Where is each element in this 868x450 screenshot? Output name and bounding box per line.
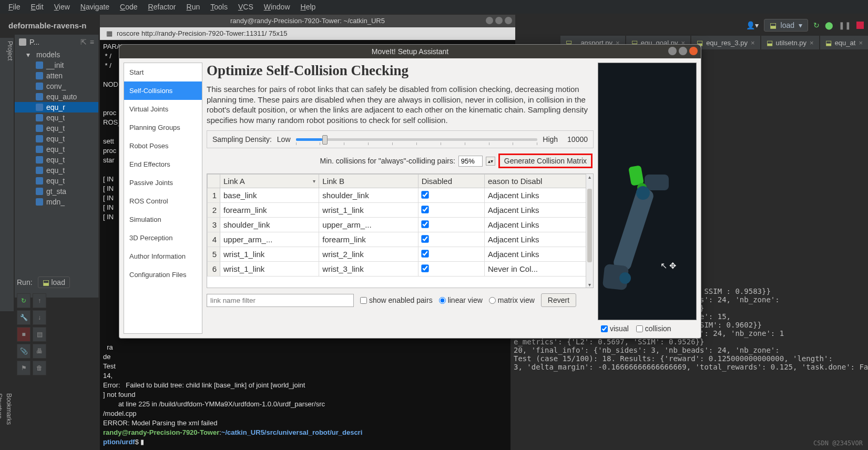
editor-tab[interactable]: ⬓utilsetn.py× [761, 36, 819, 49]
close-icon[interactable]: × [810, 39, 814, 47]
down-button[interactable]: ↓ [33, 310, 46, 325]
menu-navigate[interactable]: Navigate [75, 1, 115, 13]
nav-end-effectors[interactable]: End Effectors [124, 155, 202, 173]
tree-file[interactable]: equ_t [15, 144, 98, 155]
tree-file[interactable]: mdn_ [15, 197, 98, 207]
left-vertical-tabs[interactable]: BookmarksStructure [0, 389, 14, 429]
project-tool-tab[interactable]: Project [0, 38, 14, 311]
tree-file[interactable]: equ_r [15, 102, 98, 112]
col-2[interactable]: Disabled [418, 175, 484, 188]
tree-header[interactable]: P... ⇱ ≡ [15, 35, 98, 49]
nav-ros-control[interactable]: ROS Control [124, 192, 202, 210]
disabled-checkbox[interactable] [421, 264, 428, 272]
menu-code[interactable]: Code [115, 1, 142, 13]
scroll-thumb[interactable] [587, 189, 592, 262]
nav-virtual-joints[interactable]: Virtual Joints [124, 100, 202, 118]
table-row[interactable]: 1base_linkshoulder_linkAdjacent Links [208, 188, 593, 203]
table-row[interactable]: 6wrist_1_linkwrist_3_linkNever in Col... [208, 262, 593, 277]
editor-tab[interactable]: ⬓equ_at× [820, 36, 868, 49]
nav-3d-perception[interactable]: 3D Perception [124, 229, 202, 247]
run-config-selector[interactable]: ⬓ load ▾ [764, 19, 808, 32]
menu-refactor[interactable]: Refactor [143, 1, 181, 13]
menu-tools[interactable]: Tools [205, 1, 233, 13]
tree-file[interactable]: equ_t [15, 112, 98, 123]
trash-icon[interactable]: 🗑 [33, 361, 46, 375]
run-target[interactable]: ⬓ load [38, 277, 70, 288]
menu-file[interactable]: File [3, 1, 26, 13]
cell-disabled[interactable] [418, 262, 484, 277]
collision-table[interactable]: Link A▾Link BDisabledeason to Disabl1bas… [207, 173, 594, 288]
generate-collision-matrix-button[interactable]: Generate Collision Matrix [498, 154, 593, 168]
cell-disabled[interactable] [418, 232, 484, 247]
align-icon[interactable]: ⇱ [80, 38, 87, 46]
show-enabled-checkbox[interactable]: show enabled pairs [360, 296, 433, 304]
stop-button[interactable] [856, 22, 864, 29]
scroll-down-icon[interactable]: ▾ [586, 282, 593, 288]
nav-start[interactable]: Start [124, 63, 202, 81]
side-tab-structure[interactable]: Structure [0, 389, 4, 429]
close-icon[interactable]: × [859, 39, 863, 47]
tree-file[interactable]: equ_t [15, 123, 98, 134]
dialog-titlebar[interactable]: MoveIt! Setup Assistant [119, 45, 701, 58]
nav-robot-poses[interactable]: Robot Poses [124, 137, 202, 155]
wrench-icon[interactable]: 🔧 [17, 310, 30, 325]
grid-icon[interactable]: ▦ [106, 27, 113, 40]
collapse-icon[interactable]: ≡ [90, 38, 94, 46]
nav-author-information[interactable]: Author Information [124, 247, 202, 265]
print-icon[interactable]: 🖶 [33, 344, 46, 359]
close-icon[interactable]: × [751, 39, 755, 47]
terminal-titlebar[interactable]: randy@randy-Precision-7920-Tower: ~/catk… [100, 15, 515, 27]
tree-file[interactable]: equ_t [15, 134, 98, 144]
col-1[interactable]: Link B [319, 175, 418, 188]
disabled-checkbox[interactable] [421, 220, 428, 228]
nav-configuration-files[interactable]: Configuration Files [124, 265, 202, 284]
spinner-icon[interactable]: ▴▾ [486, 157, 495, 166]
tree-file[interactable]: equ_t [15, 155, 98, 165]
table-scrollbar[interactable]: ▴ ▾ [586, 174, 593, 288]
density-slider[interactable] [296, 138, 538, 141]
cell-disabled[interactable] [418, 247, 484, 262]
link-filter-input[interactable] [207, 294, 354, 307]
menu-edit[interactable]: Edit [26, 1, 49, 13]
disabled-checkbox[interactable] [421, 235, 428, 242]
linear-view-radio[interactable]: linear view [439, 296, 483, 304]
user-icon[interactable]: 👤▾ [746, 21, 759, 29]
menu-window[interactable]: Window [259, 1, 295, 13]
disabled-checkbox[interactable] [421, 206, 428, 213]
menu-run[interactable]: Run [181, 1, 206, 13]
terminal-window-controls[interactable] [486, 17, 512, 24]
col-0[interactable]: Link A▾ [220, 175, 319, 188]
tree-file[interactable]: atten [15, 70, 98, 81]
visual-checkbox[interactable]: visual [601, 324, 629, 333]
close-button[interactable] [689, 47, 698, 55]
collision-checkbox[interactable]: collision [636, 324, 671, 333]
sync-icon[interactable]: ↻ [813, 21, 820, 29]
rerun-button[interactable]: ↻ [17, 293, 30, 308]
menu-vcs[interactable]: VCS [233, 1, 259, 13]
tree-file[interactable]: equ_auto [15, 91, 98, 102]
setup-nav[interactable]: StartSelf-CollisionsVirtual JointsPlanni… [124, 63, 202, 334]
cell-disabled[interactable] [418, 218, 484, 232]
layout-icon[interactable]: ▤ [33, 327, 46, 342]
pause-icon[interactable]: ❚❚ [839, 21, 851, 29]
nav-passive-joints[interactable]: Passive Joints [124, 173, 202, 192]
stop-button[interactable]: ■ [17, 327, 30, 342]
nav-self-collisions[interactable]: Self-Collisions [124, 81, 202, 100]
tree-file[interactable]: conv_ [15, 81, 98, 91]
side-tab-bookmarks[interactable]: Bookmarks [4, 389, 14, 429]
table-row[interactable]: 2forearm_linkwrist_1_linkAdjacent Links [208, 203, 593, 218]
cell-disabled[interactable] [418, 203, 484, 218]
ide-menubar[interactable]: FileEditViewNavigateCodeRefactorRunTools… [0, 0, 868, 14]
table-row[interactable]: 4upper_arm_...forearm_linkAdjacent Links [208, 232, 593, 247]
table-row[interactable]: 5wrist_1_linkwrist_2_linkAdjacent Links [208, 247, 593, 262]
editor-tab[interactable]: ⬓equ_res_3.py× [691, 36, 760, 49]
up-button[interactable]: ↑ [33, 293, 46, 308]
col-3[interactable]: eason to Disabl [484, 175, 593, 188]
menu-view[interactable]: View [49, 1, 75, 13]
cell-disabled[interactable] [418, 188, 484, 203]
terminal-tab[interactable]: ▦ roscore http://randy-Precision-7920-To… [100, 27, 515, 40]
tree-file[interactable]: __init [15, 60, 98, 70]
menu-help[interactable]: Help [295, 1, 321, 13]
tree-file[interactable]: equ_t [15, 176, 98, 186]
disabled-checkbox[interactable] [421, 191, 428, 198]
